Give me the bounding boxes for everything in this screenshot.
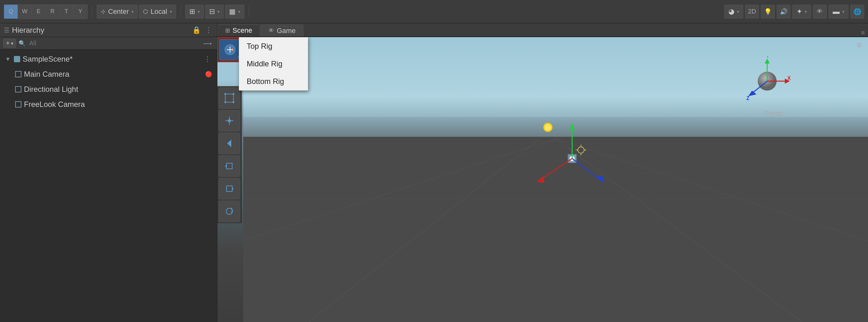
anchor1-tool-icon xyxy=(224,161,235,171)
hierarchy-item-maincamera[interactable]: Main Camera 🔴 xyxy=(0,67,217,82)
hierarchy-add-btn[interactable]: + ▾ xyxy=(3,39,16,48)
effects-btn[interactable]: ✦ ▾ xyxy=(793,5,811,19)
effects-icon: ✦ xyxy=(797,7,802,16)
2d-btn[interactable]: 2D xyxy=(745,5,759,19)
scene-vertical-tools xyxy=(217,86,242,223)
svg-text:Y: Y xyxy=(766,56,769,59)
hidden-btn[interactable]: 👁 xyxy=(813,5,827,19)
hierarchy-more-btn[interactable]: ⋮ xyxy=(204,25,213,36)
eye-hidden-icon: 👁 xyxy=(817,8,823,15)
rect-tool-icon xyxy=(224,93,235,103)
audio-btn[interactable]: 🔊 xyxy=(777,5,790,19)
2d-label: 2D xyxy=(748,8,756,15)
pivot-tools: ⊹ Center ▾ ⬡ Local ▾ xyxy=(97,5,176,19)
globe-btn[interactable]: 🌐 xyxy=(850,5,864,19)
snap1-arrow: ▾ xyxy=(197,9,200,14)
svg-point-20 xyxy=(226,208,232,214)
local-dropdown[interactable]: ⬡ Local ▾ xyxy=(139,5,176,19)
snap3-icon: ▦ xyxy=(229,7,236,16)
select-tool-icon xyxy=(224,44,236,55)
persp-text: ← Persp xyxy=(756,109,783,118)
move-tool-btn[interactable] xyxy=(219,110,240,132)
orientation-gizmo-svg: X Y Z xyxy=(742,56,793,106)
snap-tools: ⊞ ▾ ⊟ ▾ ▦ ▾ xyxy=(185,5,245,19)
bottomrig-label: Bottom Rig xyxy=(247,77,284,86)
persp-arrow-icon: ← xyxy=(748,109,754,118)
scene-area: ⊞ Scene 👁 Game ≡ xyxy=(217,23,868,322)
transform-tools: Q W E R T Y xyxy=(4,4,88,19)
hierarchy-search-input[interactable] xyxy=(28,39,198,48)
hierarchy-item-samplescene[interactable]: ▼ SampleScene* ⋮ xyxy=(0,51,217,67)
tool-t[interactable]: T xyxy=(60,5,73,19)
svg-rect-14 xyxy=(226,163,232,169)
snap-btn1[interactable]: ⊞ ▾ xyxy=(185,5,204,19)
expand-arrow-scene: ▼ xyxy=(5,56,11,63)
samplescene-more-btn[interactable]: ⋮ xyxy=(203,54,212,65)
local-icon: ⬡ xyxy=(143,8,148,15)
tool-y[interactable]: Y xyxy=(73,5,87,19)
maincamera-label: Main Camera xyxy=(24,70,203,79)
tool-e[interactable]: E xyxy=(32,5,46,19)
rotate-tool-btn[interactable] xyxy=(219,201,240,222)
snap1-icon: ⊞ xyxy=(189,7,195,16)
svg-marker-12 xyxy=(227,140,231,147)
svg-line-51 xyxy=(243,139,556,241)
menu-item-middlerig[interactable]: Middle Rig xyxy=(239,55,308,73)
svg-point-6 xyxy=(232,101,235,103)
tool-r[interactable]: R xyxy=(46,5,60,19)
hierarchy-lock-btn[interactable]: 🔒 xyxy=(191,25,202,36)
menu-item-toprig[interactable]: Top Rig xyxy=(239,37,308,55)
svg-point-4 xyxy=(232,93,235,95)
tab-scene[interactable]: ⊞ Scene xyxy=(217,25,260,36)
center-arrow: ▾ xyxy=(131,9,133,14)
hierarchy-title: Hierarchy xyxy=(12,26,188,35)
sep2 xyxy=(181,6,181,17)
scene-3d-content: X Y Z ← ← Persp ≡ xyxy=(243,37,868,322)
scene-left-toolbar-container: ▾ ✋ Top Rig Middle Rig xyxy=(217,37,265,62)
add-plus-icon: + xyxy=(6,40,10,47)
svg-marker-16 xyxy=(225,165,226,167)
render-mode-btn[interactable]: ◕ ▾ xyxy=(724,5,743,19)
hierarchy-search-bar: + ▾ 🔍 ⟶ xyxy=(0,37,217,50)
menu-item-bottomrig[interactable]: Bottom Rig xyxy=(239,73,308,90)
aspect-icon: ▬ xyxy=(833,7,840,16)
scene-menu-icon[interactable]: ≡ xyxy=(857,40,862,50)
scene-tab-icon: ⊞ xyxy=(225,27,230,34)
scene-icon xyxy=(14,56,20,62)
hierarchy-item-directionallight[interactable]: Directional Light xyxy=(0,82,217,97)
camera-rig-dropdown: Top Rig Middle Rig Bottom Rig xyxy=(239,37,308,91)
asterisk: * xyxy=(70,55,72,63)
middlerig-label: Middle Rig xyxy=(247,60,282,68)
hierarchy-header-actions: 🔒 ⋮ xyxy=(191,25,213,36)
aspect-btn[interactable]: ▬ ▾ xyxy=(829,5,848,19)
svg-text:Z: Z xyxy=(746,96,749,101)
tool-q[interactable]: Q xyxy=(4,5,18,19)
qwerty-tools: Q W E R T Y xyxy=(4,4,88,19)
snap-btn3[interactable]: ▦ ▾ xyxy=(225,5,245,19)
select-tool-btn[interactable]: ▾ xyxy=(219,39,241,60)
center-dropdown[interactable]: ⊹ Center ▾ xyxy=(97,5,138,19)
toolbar-right: ◕ ▾ 2D 💡 🔊 ✦ ▾ 👁 ▬ ▾ 🌐 xyxy=(724,5,864,19)
search-filter-btn[interactable]: ⟶ xyxy=(201,39,214,48)
svg-point-3 xyxy=(224,93,226,95)
hierarchy-item-freelookcamera[interactable]: FreeLook Camera xyxy=(0,97,217,112)
snap-btn2[interactable]: ⊟ ▾ xyxy=(205,5,224,19)
anchor1-tool-btn[interactable] xyxy=(219,155,240,177)
maincamera-icon xyxy=(15,71,22,77)
anchor2-tool-btn[interactable] xyxy=(219,178,240,200)
scene-tabs-more[interactable]: ≡ xyxy=(861,29,868,36)
rotate-tool-icon xyxy=(224,206,235,217)
back-tool-btn[interactable] xyxy=(219,133,240,154)
rect-tool-btn[interactable] xyxy=(219,87,240,109)
hierarchy-panel: ☰ Hierarchy 🔒 ⋮ + ▾ 🔍 ⟶ ▼ SampleScene* ⋮ xyxy=(0,23,217,322)
snap2-icon: ⊟ xyxy=(209,7,215,16)
svg-point-5 xyxy=(224,101,226,103)
sep3 xyxy=(249,6,249,17)
anchor2-tool-icon xyxy=(224,183,235,194)
sphere-icon: ◕ xyxy=(728,7,735,16)
lighting-btn[interactable]: 💡 xyxy=(761,5,775,19)
tab-game[interactable]: 👁 Game xyxy=(260,25,303,36)
tool-w[interactable]: W xyxy=(18,5,32,19)
svg-line-52 xyxy=(556,139,868,241)
scene-tab-label: Scene xyxy=(232,27,252,35)
